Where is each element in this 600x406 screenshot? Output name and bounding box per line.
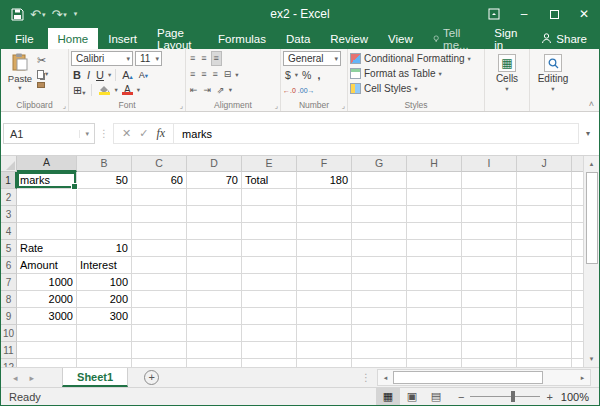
- cell-I3[interactable]: [462, 206, 517, 223]
- cell-E6[interactable]: [242, 257, 297, 274]
- column-header-F[interactable]: F: [297, 156, 352, 172]
- cell-E10[interactable]: [242, 325, 297, 342]
- align-right-button[interactable]: ≡: [211, 68, 220, 81]
- cell-C8[interactable]: [132, 291, 187, 308]
- cell-J9[interactable]: [517, 308, 572, 325]
- cell-partial[interactable]: [572, 223, 583, 240]
- font-size-select[interactable]: 11▾: [135, 51, 162, 66]
- align-left-button[interactable]: ≡: [188, 68, 197, 81]
- italic-button[interactable]: I: [85, 69, 92, 81]
- cell-H12[interactable]: [407, 359, 462, 367]
- cell-A4[interactable]: [17, 223, 77, 240]
- increase-indent-button[interactable]: ⇥: [202, 84, 214, 97]
- select-all-corner[interactable]: [1, 156, 17, 172]
- cell-J6[interactable]: [517, 257, 572, 274]
- vertical-scroll-thumb[interactable]: [586, 172, 598, 264]
- cell-A5[interactable]: Rate: [17, 240, 77, 257]
- cell-I12[interactable]: [462, 359, 517, 367]
- cell-C2[interactable]: [132, 189, 187, 206]
- cell-I7[interactable]: [462, 274, 517, 291]
- cell-partial[interactable]: [572, 257, 583, 274]
- cell-C5[interactable]: [132, 240, 187, 257]
- cell-G1[interactable]: [352, 172, 407, 189]
- sign-in-button[interactable]: Sign in: [482, 27, 529, 51]
- font-color-caret-icon[interactable]: ▾: [137, 86, 140, 94]
- cell-J12[interactable]: [517, 359, 572, 367]
- cell-G2[interactable]: [352, 189, 407, 206]
- ribbon-display-options-button[interactable]: [479, 0, 509, 28]
- orientation-button[interactable]: ⇗: [215, 84, 227, 97]
- cell-C3[interactable]: [132, 206, 187, 223]
- cell-A9[interactable]: 3000: [17, 308, 77, 325]
- cell-A8[interactable]: 2000: [17, 291, 77, 308]
- redo-button[interactable]: ↷▾: [51, 8, 66, 21]
- cell-J7[interactable]: [517, 274, 572, 291]
- cell-partial[interactable]: [572, 172, 583, 189]
- customize-qat-icon[interactable]: ▾: [74, 10, 78, 18]
- column-header-I[interactable]: I: [462, 156, 517, 172]
- cell-C11[interactable]: [132, 342, 187, 359]
- cell-A1[interactable]: marks: [17, 172, 77, 189]
- cell-J8[interactable]: [517, 291, 572, 308]
- horizontal-scrollbar[interactable]: ◂ ▸: [377, 369, 591, 386]
- cell-E3[interactable]: [242, 206, 297, 223]
- cell-partial[interactable]: [572, 274, 583, 291]
- merge-center-button[interactable]: ⊟: [222, 68, 234, 81]
- row-header-1[interactable]: 1: [1, 172, 17, 189]
- cell-D11[interactable]: [187, 342, 242, 359]
- cell-partial[interactable]: [572, 342, 583, 359]
- shrink-font-button[interactable]: A▾: [137, 70, 150, 80]
- cell-H3[interactable]: [407, 206, 462, 223]
- underline-caret-icon[interactable]: ▾: [108, 71, 111, 79]
- cell-E8[interactable]: [242, 291, 297, 308]
- cell-B4[interactable]: [77, 223, 132, 240]
- editing-button[interactable]: Editing ▾: [532, 51, 574, 93]
- cell-D8[interactable]: [187, 291, 242, 308]
- conditional-formatting-button[interactable]: Conditional Formatting ▾: [350, 51, 482, 66]
- cell-J4[interactable]: [517, 223, 572, 240]
- zoom-level[interactable]: 100%: [561, 391, 599, 403]
- enter-button[interactable]: ✓: [139, 127, 148, 140]
- cell-partial[interactable]: [572, 189, 583, 206]
- cell-I2[interactable]: [462, 189, 517, 206]
- cells-button[interactable]: ▦ Cells ▾: [487, 51, 527, 93]
- row-header-5[interactable]: 5: [1, 240, 17, 257]
- cell-G6[interactable]: [352, 257, 407, 274]
- cell-F2[interactable]: [297, 189, 352, 206]
- cell-D9[interactable]: [187, 308, 242, 325]
- share-button[interactable]: Share: [529, 33, 599, 45]
- undo-button[interactable]: ↶▾: [30, 8, 45, 21]
- cell-partial[interactable]: [572, 240, 583, 257]
- cell-partial[interactable]: [572, 291, 583, 308]
- cell-H9[interactable]: [407, 308, 462, 325]
- cell-J1[interactable]: [517, 172, 572, 189]
- cell-D7[interactable]: [187, 274, 242, 291]
- cell-J5[interactable]: [517, 240, 572, 257]
- cell-B1[interactable]: 50: [77, 172, 132, 189]
- cell-I1[interactable]: [462, 172, 517, 189]
- center-button[interactable]: ≡: [199, 68, 208, 81]
- zoom-slider[interactable]: [470, 396, 540, 397]
- tab-view[interactable]: View: [378, 28, 423, 49]
- cell-F5[interactable]: [297, 240, 352, 257]
- minimize-button[interactable]: –: [509, 0, 539, 28]
- cell-G5[interactable]: [352, 240, 407, 257]
- cell-C4[interactable]: [132, 223, 187, 240]
- cell-G3[interactable]: [352, 206, 407, 223]
- percent-style-button[interactable]: %: [300, 69, 313, 81]
- cell-H10[interactable]: [407, 325, 462, 342]
- paste-caret-icon[interactable]: ▾: [18, 84, 21, 92]
- cell-D6[interactable]: [187, 257, 242, 274]
- column-header-partial[interactable]: [572, 156, 583, 172]
- cell-D2[interactable]: [187, 189, 242, 206]
- cell-F9[interactable]: [297, 308, 352, 325]
- sheet-tab-sheet1[interactable]: Sheet1: [62, 368, 128, 387]
- page-layout-view-button[interactable]: ▣: [400, 388, 424, 405]
- cell-F12[interactable]: [297, 359, 352, 367]
- row-header-11[interactable]: 11: [1, 342, 17, 359]
- cell-B5[interactable]: 10: [77, 240, 132, 257]
- save-icon[interactable]: [11, 8, 24, 21]
- row-header-8[interactable]: 8: [1, 291, 17, 308]
- column-header-B[interactable]: B: [77, 156, 132, 172]
- name-box-caret-icon[interactable]: ▾: [79, 130, 94, 138]
